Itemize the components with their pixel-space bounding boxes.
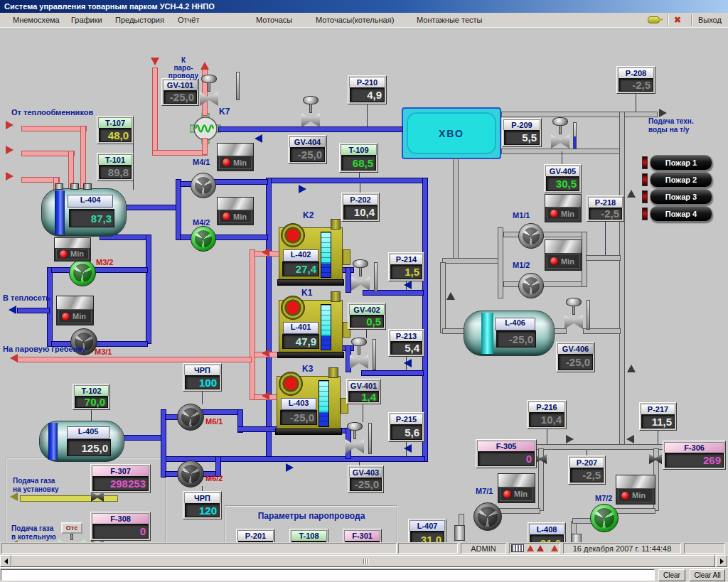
min-indicator-top xyxy=(498,474,535,487)
pipe xyxy=(361,370,424,376)
fire-button-4[interactable]: Пожар 4 xyxy=(650,206,712,222)
horizontal-scrollbar[interactable] xyxy=(0,555,728,567)
fire-button-2[interactable]: Пожар 2 xyxy=(650,172,712,188)
menu-item-4[interactable]: Отчёт xyxy=(175,13,202,27)
scroll-right-button[interactable] xyxy=(716,555,727,567)
pipe xyxy=(124,205,180,210)
display-p-213: P-2135,4 xyxy=(388,329,424,357)
display-value: 5,5 xyxy=(504,130,540,145)
fire-button-1[interactable]: Пожар 1 xyxy=(650,155,712,171)
pipe xyxy=(17,357,252,362)
pipe xyxy=(268,178,428,183)
pump-impeller-icon xyxy=(181,465,200,483)
display-label: P-214 xyxy=(390,254,423,264)
menu-item-6[interactable]: Моточасы(котельная) xyxy=(313,13,397,27)
display-gv-401: GV-4011,4 xyxy=(346,379,381,404)
min-indicator: Min xyxy=(54,237,91,262)
clear-all-button[interactable]: Clear All xyxy=(690,569,725,581)
fire-led-icon xyxy=(642,190,648,203)
flow-arrow xyxy=(6,121,18,129)
display-value: 298253 xyxy=(92,476,149,491)
min-indicator-bottom: Min xyxy=(500,487,533,501)
boiler-k3: L-403-25,0 xyxy=(277,376,341,433)
min-indicator: Min xyxy=(498,473,535,503)
display-value: -25,0 xyxy=(290,147,325,162)
flow-arrow xyxy=(6,172,18,180)
tank-nozzle-icon xyxy=(83,183,92,190)
display-value: 0 xyxy=(478,451,535,466)
pump-impeller-icon xyxy=(73,264,92,282)
text-label: M7/1 xyxy=(476,487,493,496)
text-label: M4/1 xyxy=(193,158,210,167)
min-indicator-bottom: Min xyxy=(618,488,653,502)
pipe xyxy=(498,227,503,298)
boiler-value: -25,0 xyxy=(280,410,317,425)
pipe xyxy=(250,249,255,400)
display-f-305: F-3050 xyxy=(476,439,537,468)
text-label: на установку xyxy=(13,485,59,494)
ots-button[interactable]: Отс xyxy=(61,522,82,534)
menu-item-exit[interactable]: Выход xyxy=(698,13,722,27)
alarm-icon[interactable]: ✖ xyxy=(674,15,681,25)
display-label: L-408 xyxy=(529,524,564,534)
min-label: Min xyxy=(632,491,646,500)
pipe xyxy=(152,68,158,156)
valve-position-bar xyxy=(374,262,378,292)
display-p-217: P-21711,5 xyxy=(639,402,677,431)
funnel-stem xyxy=(454,525,465,541)
window-title: Система управления товарным парком УСН-4… xyxy=(4,2,215,11)
display-chrp-2: ЧРП120 xyxy=(183,491,222,519)
valve-stem xyxy=(353,430,356,439)
display-p-210: P-2104,9 xyxy=(348,75,387,104)
alarm-triangle-icon xyxy=(551,545,558,551)
scada-window: Система управления товарным парком УСН-4… xyxy=(0,0,728,582)
pipe xyxy=(501,112,658,117)
display-label: P-213 xyxy=(390,330,423,341)
menu-item-2[interactable]: Графики xyxy=(68,13,105,27)
valve-icon xyxy=(350,338,368,370)
pipe xyxy=(542,232,584,237)
valve-icon xyxy=(91,492,104,502)
display-value: 1,5 xyxy=(390,264,422,279)
key-icon[interactable] xyxy=(648,16,660,23)
min-label: Min xyxy=(73,312,86,320)
display-chrp-1: ЧРП100 xyxy=(183,363,222,392)
display-t-109: T-10968,5 xyxy=(339,143,378,173)
pipe xyxy=(201,409,241,415)
mnemonic-canvas: Параметры паропровода ХВО L-40487,3L-405… xyxy=(0,27,728,543)
clear-button[interactable]: Clear xyxy=(658,569,685,581)
menu-item-1[interactable]: Мнемосхема xyxy=(10,13,63,27)
tank-value: -25,0 xyxy=(496,330,536,347)
boiler-value: 27,4 xyxy=(282,262,319,276)
pipe xyxy=(572,518,592,524)
tank-label: L-405 xyxy=(67,426,109,439)
menu-item-5[interactable]: Моточасы xyxy=(253,13,295,27)
display-f-306: F-306269 xyxy=(663,441,726,470)
sensor-line xyxy=(202,392,203,404)
valve-icon xyxy=(649,454,662,464)
min-indicator: Min xyxy=(56,296,94,325)
display-gv-404: GV-404-25,0 xyxy=(288,135,327,164)
tank-nozzle-icon xyxy=(70,183,79,190)
valve-stem xyxy=(309,104,312,113)
display-label: ЧРП xyxy=(184,492,220,503)
display-f-308: F-3080 xyxy=(90,512,151,541)
text-label: M3/1 xyxy=(95,347,112,357)
scrollbar-thumb[interactable] xyxy=(11,555,715,567)
min-label: Min xyxy=(233,212,247,221)
pump-m1-1 xyxy=(518,223,544,249)
display-value: 269 xyxy=(665,453,724,468)
menu-item-3[interactable]: Предыстория xyxy=(112,13,167,27)
pump-impeller-icon xyxy=(195,177,213,195)
scroll-left-button[interactable] xyxy=(0,555,11,567)
fire-button-3[interactable]: Пожар 3 xyxy=(650,189,712,205)
menu-item-7[interactable]: Монтажные тесты xyxy=(414,13,486,27)
pipe xyxy=(17,308,50,313)
display-gv-403: GV-403-25,0 xyxy=(348,465,384,493)
text-label: M1/1 xyxy=(513,211,530,220)
pipe xyxy=(214,235,268,240)
display-gv-405: GV-40530,5 xyxy=(544,164,582,193)
pump-impeller-icon xyxy=(181,408,200,426)
message-field[interactable] xyxy=(1,569,655,581)
display-label: P-209 xyxy=(503,119,540,130)
